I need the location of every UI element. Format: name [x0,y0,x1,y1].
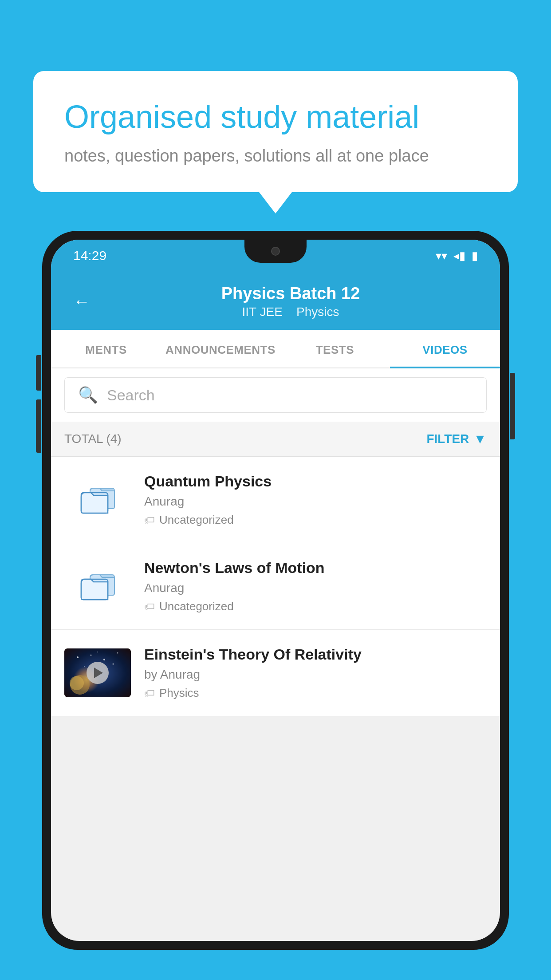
tag-text: Uncategorized [159,513,234,527]
tag-text: Physics [159,686,199,700]
video-author: Anurag [144,494,487,509]
search-bar[interactable]: 🔍 Search [64,377,487,413]
folder-icon-container [64,562,131,611]
video-title: Newton's Laws of Motion [144,559,487,577]
total-count: TOTAL (4) [64,432,122,446]
side-button-power [510,373,515,439]
subtitle-physics: Physics [296,305,339,319]
search-icon: 🔍 [78,386,98,404]
list-item[interactable]: Quantum Physics Anurag 🏷 Uncategorized [51,457,500,543]
header-subtitle: IIT JEE Physics [103,305,478,319]
wifi-icon: ▾▾ [436,249,447,263]
phone-container: 14:29 ▾▾ ◂▮ ▮ ← Physics Batch 12 IIT JEE [42,231,509,980]
battery-icon: ▮ [472,249,478,263]
status-bar: 14:29 ▾▾ ◂▮ ▮ [51,240,500,272]
video-info: Newton's Laws of Motion Anurag 🏷 Uncateg… [144,559,487,613]
search-bar-container: 🔍 Search [51,368,500,422]
svg-point-12 [70,676,84,690]
tab-announcements[interactable]: ANNOUNCEMENTS [161,330,280,368]
video-author: Anurag [144,581,487,595]
tag-icon: 🏷 [144,687,155,699]
side-button-vol-down [36,399,41,453]
side-button-vol-up [36,355,41,391]
video-title: Quantum Physics [144,473,487,490]
filter-icon: ▼ [473,431,487,447]
app-header: ← Physics Batch 12 IIT JEE Physics [51,272,500,330]
svg-point-9 [113,664,114,665]
svg-point-7 [117,652,118,654]
header-title-area: Physics Batch 12 IIT JEE Physics [103,284,478,319]
phone-outer: 14:29 ▾▾ ◂▮ ▮ ← Physics Batch 12 IIT JEE [42,231,509,950]
camera-dot [271,247,280,256]
svg-point-5 [91,655,92,656]
video-info: Einstein's Theory Of Relativity by Anura… [144,646,487,700]
back-button[interactable]: ← [73,292,90,311]
status-icons: ▾▾ ◂▮ ▮ [436,249,478,263]
video-title: Einstein's Theory Of Relativity [144,646,487,663]
svg-point-8 [84,666,85,667]
video-tag: 🏷 Physics [144,686,487,700]
phone-screen: 14:29 ▾▾ ◂▮ ▮ ← Physics Batch 12 IIT JEE [51,240,500,941]
speech-bubble: Organised study material notes, question… [33,71,518,192]
play-button[interactable] [87,662,109,684]
tag-text: Uncategorized [159,600,234,613]
folder-icon [78,482,118,518]
subtitle-iit: IIT JEE [242,305,283,319]
bubble-subtitle: notes, question papers, solutions all at… [64,146,487,166]
svg-point-10 [97,652,98,652]
folder-icon [78,569,118,604]
video-thumbnail [64,648,131,697]
video-tag: 🏷 Uncategorized [144,513,487,527]
list-item[interactable]: Newton's Laws of Motion Anurag 🏷 Uncateg… [51,543,500,630]
notch [244,240,307,263]
tab-ments[interactable]: MENTS [51,330,161,368]
play-triangle-icon [94,668,103,678]
tag-icon: 🏷 [144,601,155,613]
filter-button[interactable]: FILTER ▼ [426,431,487,447]
tab-videos[interactable]: VIDEOS [390,330,500,368]
list-item[interactable]: Einstein's Theory Of Relativity by Anura… [51,630,500,716]
video-tag: 🏷 Uncategorized [144,600,487,613]
header-title: Physics Batch 12 [103,284,478,303]
tabs-bar: MENTS ANNOUNCEMENTS TESTS VIDEOS [51,330,500,368]
tag-icon: 🏷 [144,514,155,526]
svg-point-4 [77,656,79,658]
video-author: by Anurag [144,668,487,682]
bubble-title: Organised study material [64,98,487,136]
tab-tests[interactable]: TESTS [280,330,390,368]
video-list: Quantum Physics Anurag 🏷 Uncategorized [51,457,500,716]
signal-icon: ◂▮ [453,249,465,263]
folder-icon-container [64,475,131,524]
search-placeholder: Search [107,387,155,404]
filter-row: TOTAL (4) FILTER ▼ [51,422,500,457]
video-info: Quantum Physics Anurag 🏷 Uncategorized [144,473,487,527]
status-time: 14:29 [73,248,106,263]
svg-point-6 [103,659,105,660]
